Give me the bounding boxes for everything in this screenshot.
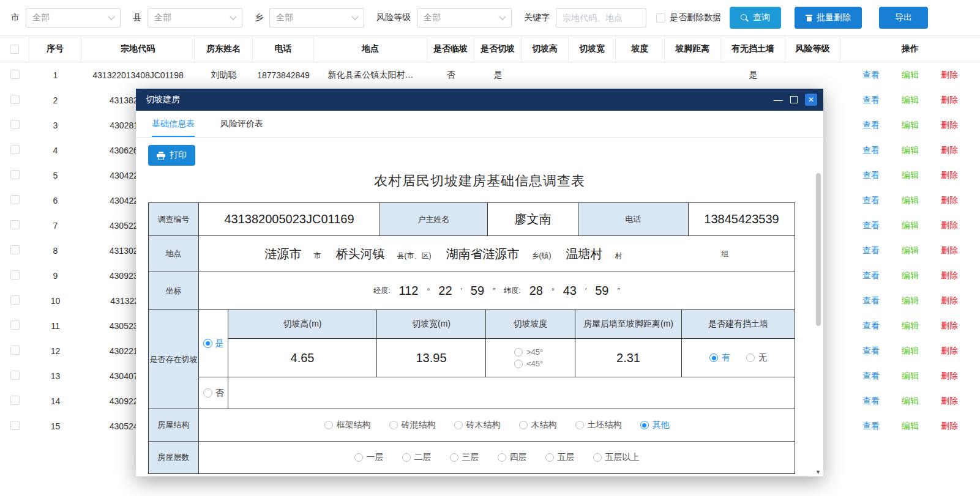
edit-link[interactable]: 编辑 [902,346,919,357]
delete-link[interactable]: 删除 [941,245,958,256]
row-checkbox[interactable] [10,396,20,405]
row-checkbox[interactable] [10,346,20,355]
modal-header[interactable]: 切坡建房 — ✕ [136,89,823,111]
delete-link[interactable]: 删除 [941,70,958,81]
view-link[interactable]: 查看 [862,270,880,281]
delete-link[interactable]: 删除 [941,295,958,306]
scroll-down-icon[interactable]: ▼ [815,469,821,475]
radio-option[interactable]: 砖混结构 [389,420,436,431]
row-checkbox[interactable] [10,145,20,154]
edit-link[interactable]: 编辑 [902,320,919,331]
view-link[interactable]: 查看 [862,120,880,131]
query-button[interactable]: 查询 [730,7,781,29]
edit-link[interactable]: 编辑 [902,170,919,181]
view-link[interactable]: 查看 [862,396,880,407]
radio-option[interactable]: 其他 [640,420,670,431]
edit-link[interactable]: 编辑 [902,371,919,382]
row-checkbox[interactable] [10,421,20,430]
row-checkbox[interactable] [10,270,20,279]
wall-no-radio[interactable]: 无 [746,352,767,363]
select-all-checkbox[interactable] [10,45,19,54]
modal-title: 切坡建房 [146,94,180,105]
radio-option[interactable]: 砖木结构 [454,420,501,431]
delete-link[interactable]: 删除 [941,421,958,432]
view-link[interactable]: 查看 [862,295,880,306]
delete-link[interactable]: 删除 [941,120,958,131]
city-select[interactable]: 全部 [26,8,121,28]
maximize-icon[interactable] [790,96,798,103]
export-button[interactable]: 导出 [879,7,928,29]
row-checkbox[interactable] [10,170,20,179]
edit-link[interactable]: 编辑 [902,220,919,231]
batch-delete-button[interactable]: 批量删除 [795,7,862,29]
edit-link[interactable]: 编辑 [902,270,919,281]
view-link[interactable]: 查看 [862,421,880,432]
county-select[interactable]: 全部 [148,8,242,28]
row-checkbox[interactable] [10,70,20,79]
delete-link[interactable]: 删除 [941,195,958,206]
wall-yes-radio[interactable]: 有 [709,352,730,363]
delete-link[interactable]: 删除 [941,270,958,281]
row-checkbox[interactable] [10,220,20,229]
slope-gt45-radio[interactable]: >45° [514,347,543,357]
row-checkbox[interactable] [10,320,20,330]
slope-lt45-radio[interactable]: <45° [514,359,543,368]
delete-link[interactable]: 删除 [941,346,958,357]
minimize-icon[interactable]: — [773,97,783,103]
cut-exist-no-radio[interactable]: 否 [199,377,228,409]
view-link[interactable]: 查看 [862,371,880,382]
radio-option[interactable]: 土坯结构 [575,420,622,431]
modal-tab-bar: 基础信息表 风险评价表 [136,111,823,138]
delete-link[interactable]: 删除 [941,396,958,407]
radio-option[interactable]: 五层 [545,452,575,463]
row-checkbox[interactable] [10,295,20,305]
view-link[interactable]: 查看 [862,320,880,331]
cut-exist-yes-radio[interactable]: 是 [199,310,228,377]
edit-link[interactable]: 编辑 [902,120,919,131]
tab-basic-info[interactable]: 基础信息表 [152,111,195,137]
radio-option[interactable]: 五层以上 [593,452,640,463]
delete-link[interactable]: 删除 [941,320,958,331]
delete-link[interactable]: 删除 [941,371,958,382]
edit-link[interactable]: 编辑 [902,421,919,432]
delete-link[interactable]: 删除 [941,95,958,106]
view-link[interactable]: 查看 [862,220,880,231]
risk-level-select[interactable]: 全部 [417,8,512,28]
edit-link[interactable]: 编辑 [902,396,919,407]
radio-option[interactable]: 四层 [498,452,527,463]
edit-link[interactable]: 编辑 [902,195,919,206]
view-link[interactable]: 查看 [862,346,880,357]
delete-link[interactable]: 删除 [941,170,958,181]
radio-option[interactable]: 一层 [354,452,384,463]
view-link[interactable]: 查看 [862,195,880,206]
row-checkbox[interactable] [10,245,20,254]
row-checkbox[interactable] [10,371,20,380]
edit-link[interactable]: 编辑 [902,245,919,256]
delete-link[interactable]: 删除 [941,220,958,231]
township-select[interactable]: 全部 [269,8,364,28]
view-link[interactable]: 查看 [862,245,880,256]
radio-option[interactable]: 木结构 [519,420,557,431]
row-checkbox[interactable] [10,195,20,204]
tab-risk-evaluation[interactable]: 风险评价表 [220,111,263,137]
delete-link[interactable]: 删除 [941,145,958,156]
edit-link[interactable]: 编辑 [902,295,919,306]
radio-option[interactable]: 三层 [450,452,479,463]
view-link[interactable]: 查看 [862,95,880,106]
view-link[interactable]: 查看 [862,145,880,156]
print-button[interactable]: 打印 [148,145,195,166]
scrollbar-thumb[interactable] [816,173,821,326]
keyword-input[interactable] [556,8,646,28]
view-link[interactable]: 查看 [862,170,880,181]
edit-link[interactable]: 编辑 [902,145,919,156]
row-checkbox[interactable] [10,95,20,104]
edit-link[interactable]: 编辑 [902,95,919,106]
close-icon[interactable]: ✕ [805,94,817,106]
edit-link[interactable]: 编辑 [902,70,919,81]
modal-scrollbar[interactable]: ▼ [814,166,822,475]
radio-option[interactable]: 框架结构 [324,420,371,431]
show-deleted-checkbox[interactable]: 是否删除数据 [656,12,721,23]
radio-option[interactable]: 二层 [402,452,432,463]
row-checkbox[interactable] [10,120,20,129]
view-link[interactable]: 查看 [862,70,880,81]
